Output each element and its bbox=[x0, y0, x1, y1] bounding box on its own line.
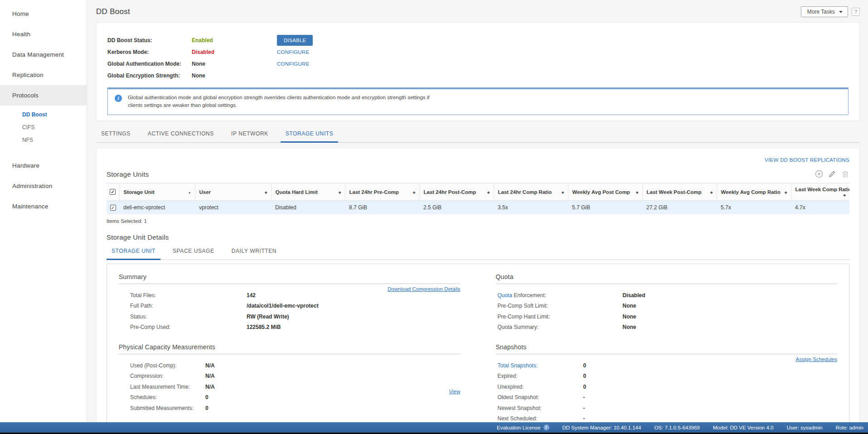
sort-icon[interactable]: ◆ bbox=[562, 191, 564, 194]
sort-icon[interactable]: ◆ bbox=[636, 191, 638, 194]
disable-button[interactable]: DISABLE bbox=[277, 35, 313, 46]
expired-value: 0 bbox=[583, 373, 587, 379]
configure-kerberos-link[interactable]: CONFIGURE bbox=[277, 49, 310, 55]
snapshots-row-expired: Expired: 0 bbox=[496, 371, 838, 382]
view-dd-boost-replications-link[interactable]: VIEW DD BOOST REPLICATIONS bbox=[765, 157, 849, 163]
column-header-last-week-comp-ratio[interactable]: Last Week Comp Ratio◆ bbox=[791, 183, 849, 201]
field-label: Total Snapshots: bbox=[498, 362, 583, 369]
sidebar-item-cifs[interactable]: CIFS bbox=[0, 121, 87, 134]
cell-last-24hr-post-comp: 2.5 GiB bbox=[419, 201, 494, 215]
help-button[interactable]: ? bbox=[852, 8, 860, 16]
tab-active-connections[interactable]: ACTIVE CONNECTIONS bbox=[143, 130, 219, 142]
snapshots-row-oldest: Oldest Snapshot: - bbox=[496, 392, 838, 403]
column-header-weekly-avg-post-comp[interactable]: Weekly Avg Post Comp◆ bbox=[568, 183, 642, 201]
user-info: User: sysadmin bbox=[786, 425, 822, 430]
row-checkbox[interactable] bbox=[110, 205, 116, 211]
sort-ascending-icon[interactable]: ▲ bbox=[188, 191, 191, 194]
view-schedules-link[interactable]: View bbox=[449, 389, 461, 394]
page-title: DD Boost bbox=[96, 7, 130, 16]
column-header-last-24hr-post-comp[interactable]: Last 24hr Post-Comp◆ bbox=[419, 183, 494, 201]
sidebar-item-health[interactable]: Health bbox=[0, 24, 87, 44]
quota-summary-value: None bbox=[623, 324, 636, 330]
status-label: DD Boost Status: bbox=[107, 37, 192, 43]
license-info-icon[interactable]: i bbox=[543, 424, 549, 430]
used-post-comp-value: N/A bbox=[205, 362, 215, 369]
pcm-row-submitted-measurements: Submitted Measurements: 0 bbox=[119, 403, 461, 414]
add-storage-unit-icon[interactable] bbox=[815, 170, 823, 178]
snapshots-row-newest: Newest Snapshot: - bbox=[496, 403, 838, 414]
physical-capacity-section: Physical Capacity Measurements View Used… bbox=[119, 343, 461, 414]
summary-title: Summary bbox=[119, 273, 461, 284]
sidebar-item-home[interactable]: Home bbox=[0, 4, 87, 24]
sidebar: Home Health Data Management Replication … bbox=[0, 0, 87, 422]
field-label: Expired: bbox=[498, 373, 583, 379]
select-all-checkbox[interactable] bbox=[110, 189, 116, 195]
download-compression-details-link[interactable]: Download Compression Details bbox=[388, 286, 460, 292]
column-header-user[interactable]: User◆ bbox=[195, 183, 271, 201]
sort-icon[interactable]: ◆ bbox=[844, 193, 846, 197]
info-banner-text-line2: clients settings are weaker than global … bbox=[128, 101, 841, 109]
column-header-last-week-post-comp[interactable]: Last Week Post-Comp◆ bbox=[642, 183, 717, 201]
quota-row-pre-comp-soft-limit: Pre-Comp Soft Limit: None bbox=[496, 301, 838, 312]
oldest-snapshot-value: - bbox=[583, 394, 585, 400]
tab-daily-written[interactable]: DAILY WRITTEN bbox=[227, 248, 281, 260]
storage-unit-details-title: Storage Unit Details bbox=[107, 233, 849, 241]
summary-section: Summary Download Compression Details Tot… bbox=[119, 273, 461, 333]
bottom-status-bar: Evaluation License i DD System Manager: … bbox=[0, 422, 868, 434]
quota-link[interactable]: Quota bbox=[498, 292, 513, 299]
newest-snapshot-value: - bbox=[583, 405, 585, 411]
sort-icon[interactable]: ◆ bbox=[413, 191, 415, 194]
sort-icon[interactable]: ◆ bbox=[339, 191, 341, 194]
cell-last-week-comp-ratio: 4.7x bbox=[791, 201, 849, 215]
edit-storage-unit-icon[interactable] bbox=[828, 170, 836, 178]
sidebar-item-maintenance[interactable]: Maintenance bbox=[0, 196, 87, 217]
sort-icon[interactable]: ◆ bbox=[265, 191, 267, 194]
field-label: Compression: bbox=[130, 373, 205, 379]
column-header-weekly-avg-comp-ratio[interactable]: Weekly Avg Comp Ratio◆ bbox=[717, 183, 791, 201]
total-snapshots-link[interactable]: Total Snapshots: bbox=[498, 362, 538, 369]
details-right-column: Quota Quota Enforcement: Disabled Pre-Co… bbox=[496, 273, 838, 422]
pcm-row-compression: Compression: N/A bbox=[119, 371, 461, 382]
sort-icon[interactable]: ◆ bbox=[785, 191, 787, 194]
sidebar-item-administration[interactable]: Administration bbox=[0, 176, 87, 196]
sidebar-item-dd-boost[interactable]: DD Boost bbox=[0, 108, 87, 121]
sort-icon[interactable]: ◆ bbox=[487, 191, 490, 194]
tab-storage-units[interactable]: STORAGE UNITS bbox=[281, 130, 339, 142]
status-row-global-encryption: Global Encryption Strength: None bbox=[107, 70, 849, 82]
assign-schedules-link[interactable]: Assign Schedules bbox=[796, 357, 837, 362]
quota-section: Quota Quota Enforcement: Disabled Pre-Co… bbox=[496, 273, 838, 333]
cell-weekly-avg-post-comp: 5.7 GiB bbox=[568, 201, 642, 215]
field-label: Unexpired: bbox=[498, 384, 583, 390]
field-label: Pre-Comp Hard Limit: bbox=[498, 313, 623, 320]
tab-settings[interactable]: SETTINGS bbox=[96, 130, 136, 142]
sort-icon[interactable]: ◆ bbox=[710, 191, 713, 194]
status-row-global-auth-mode: Global Authentication Mode: None CONFIGU… bbox=[107, 58, 849, 70]
more-tasks-dropdown[interactable]: More Tasks bbox=[801, 6, 848, 17]
column-header-storage-unit[interactable]: Storage Unit▲ bbox=[119, 183, 195, 201]
sidebar-item-nfs[interactable]: NFS bbox=[0, 134, 87, 146]
summary-row-full-path: Full Path: /data/col1/dell-emc-vprotect bbox=[119, 301, 461, 312]
sidebar-item-hardware[interactable]: Hardware bbox=[0, 155, 87, 176]
table-row-dell-emc-vprotect[interactable]: dell-emc-vprotect vprotect Disabled 8.7 … bbox=[107, 201, 849, 215]
cell-storage-unit: dell-emc-vprotect bbox=[119, 201, 195, 215]
column-header-last-24hr-comp-ratio[interactable]: Last 24hr Comp Ratio◆ bbox=[494, 183, 568, 201]
sidebar-item-protocols[interactable]: Protocols bbox=[0, 85, 87, 106]
main-content: DD Boost More Tasks ? DD Boost Status: E… bbox=[87, 0, 868, 422]
status-row-dd-boost-status: DD Boost Status: Enabled DISABLE bbox=[107, 34, 849, 46]
field-label: Pre-Comp Soft Limit: bbox=[498, 303, 623, 309]
column-label: User bbox=[199, 189, 211, 195]
pre-comp-hard-limit-value: None bbox=[623, 313, 636, 320]
tab-ip-network[interactable]: IP NETWORK bbox=[226, 130, 273, 142]
model-info: Model: DD VE Version 4.0 bbox=[713, 425, 774, 430]
table-header-row: Storage Unit▲ User◆ Quota Hard Limit◆ La… bbox=[107, 183, 849, 201]
sidebar-item-replication[interactable]: Replication bbox=[0, 65, 87, 85]
tab-space-usage[interactable]: SPACE USAGE bbox=[168, 248, 219, 260]
status-row-kerberos-mode: Kerberos Mode: Disabled CONFIGURE bbox=[107, 46, 849, 58]
sidebar-item-data-management[interactable]: Data Management bbox=[0, 44, 87, 65]
column-header-last-24hr-pre-comp[interactable]: Last 24hr Pre-Comp◆ bbox=[345, 183, 419, 201]
column-header-quota-hard-limit[interactable]: Quota Hard Limit◆ bbox=[271, 183, 345, 201]
configure-auth-link[interactable]: CONFIGURE bbox=[277, 61, 310, 67]
delete-storage-unit-icon[interactable] bbox=[841, 170, 849, 178]
field-label: Quota Summary: bbox=[498, 324, 623, 330]
tab-storage-unit[interactable]: STORAGE UNIT bbox=[107, 248, 160, 260]
